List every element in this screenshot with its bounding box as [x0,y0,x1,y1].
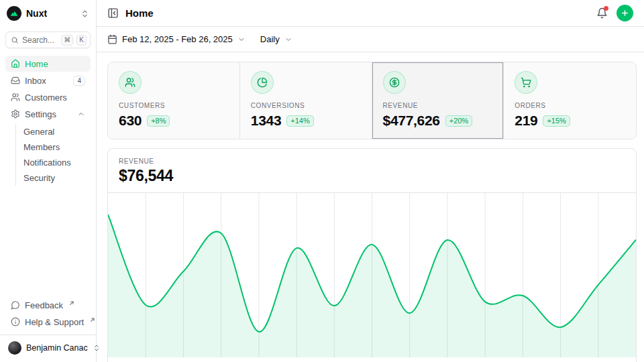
sidebar-item-notifications[interactable]: Notifications [18,155,91,170]
chevron-down-icon [237,36,246,44]
sidebar-item-label: Home [25,59,48,69]
avatar [8,341,21,355]
feedback-link[interactable]: Feedback [5,297,91,313]
settings-submenu: General Members Notifications Security [15,124,91,186]
kbd-k: K [76,35,87,46]
search-input[interactable]: Search... ⌘ K [5,32,91,48]
help-support-link[interactable]: Help & Support [5,314,91,330]
stat-label: ORDERS [515,102,625,109]
chevron-down-icon [284,36,292,44]
sidebar-item-label: Customers [25,93,67,103]
date-range-picker[interactable]: Feb 12, 2025 - Feb 26, 2025 [107,34,246,44]
dollar-circle-icon [383,71,406,94]
stat-card-revenue[interactable]: REVENUE $477,626 +20% [372,62,504,139]
user-menu-button[interactable]: Benjamin Canac [5,340,91,356]
workspace-switcher[interactable]: Nuxt [0,0,96,27]
period-value: Daily [260,34,280,44]
stat-card-customers[interactable]: CUSTOMERS 630 +8% [108,62,240,139]
main-area: Home Feb 12, 2025 - Feb 26, 2025 Daily [97,0,644,362]
revenue-area-chart [108,193,636,357]
date-range-value: Feb 12, 2025 - Feb 26, 2025 [122,34,233,44]
stat-value: 219 [515,113,537,129]
chevron-up-icon [77,110,85,118]
stat-card-orders[interactable]: ORDERS 219 +15% [504,62,636,139]
footer-item-label: Feedback [25,300,63,310]
stat-value: $477,626 [383,113,440,129]
sidebar-user-section: Benjamin Canac [0,335,96,362]
revenue-chart-card: REVENUE $76,544 14 Feb16 Feb18 Feb20 Feb… [107,148,637,362]
kbd-meta: ⌘ [61,35,73,46]
external-link-icon [90,317,95,322]
search-icon [11,36,19,44]
dashboard-content: CUSTOMERS 630 +8% CONVERSIONS 1343 +14% [97,52,644,362]
search-placeholder: Search... [22,36,58,45]
stat-label: CONVERSIONS [251,102,361,109]
footer-item-label: Help & Support [25,317,84,327]
inbox-icon [11,76,20,85]
sidebar-item-label: Security [23,173,55,183]
sidebar-nav: Home Inbox 4 Customers Settings Genera [0,56,96,187]
sidebar-item-general[interactable]: General [18,124,91,139]
sidebar: Nuxt Search... ⌘ K Home Inbox 4 [0,0,97,362]
info-circle-icon [11,317,20,326]
sidebar-item-settings[interactable]: Settings [5,106,91,122]
stat-value: 630 [119,113,142,129]
workspace-name: Nuxt [26,8,47,19]
chevrons-up-down-icon [80,9,89,18]
pie-chart-icon [251,71,274,94]
stat-label: REVENUE [383,102,493,109]
x-axis-labels: 14 Feb16 Feb18 Feb20 Feb22 Feb24 Feb [108,357,636,362]
house-icon [11,59,20,68]
stat-value: 1343 [251,113,282,129]
stat-delta-badge: +8% [147,115,170,127]
sidebar-collapse-icon[interactable] [107,7,119,19]
shopping-cart-icon [515,71,537,94]
stat-delta-badge: +15% [543,115,570,127]
revenue-chart-plot[interactable] [108,193,636,357]
page-header: Home [97,0,644,27]
notifications-button[interactable] [596,7,608,19]
stat-delta-badge: +20% [445,115,472,127]
sidebar-footer: Feedback Help & Support [0,297,96,335]
users-icon [11,93,20,102]
stat-label: CUSTOMERS [119,102,229,109]
sidebar-item-label: Notifications [23,158,71,168]
chart-header: REVENUE $76,544 [108,149,636,193]
stat-card-conversions[interactable]: CONVERSIONS 1343 +14% [240,62,372,139]
period-select[interactable]: Daily [260,34,292,44]
nuxt-logo-icon [7,6,21,21]
inbox-count-badge: 4 [73,76,85,86]
calendar-icon [107,34,117,44]
external-link-icon [69,300,74,306]
message-circle-icon [11,300,20,310]
filter-toolbar: Feb 12, 2025 - Feb 26, 2025 Daily [97,27,644,52]
stats-row: CUSTOMERS 630 +8% CONVERSIONS 1343 +14% [107,62,637,139]
sidebar-item-label: Inbox [25,76,46,86]
sidebar-item-customers[interactable]: Customers [5,89,91,105]
sidebar-item-members[interactable]: Members [18,139,91,154]
add-button[interactable] [616,5,633,21]
user-name: Benjamin Canac [26,343,88,353]
page-title: Home [125,7,154,19]
sidebar-item-inbox[interactable]: Inbox 4 [5,72,91,88]
sidebar-item-home[interactable]: Home [5,56,91,72]
stat-delta-badge: +14% [286,115,313,127]
sidebar-item-label: Settings [25,109,56,119]
users-icon [119,71,142,94]
sidebar-item-label: General [23,127,54,137]
plus-icon [621,9,629,17]
chart-metric-value: $76,544 [119,167,625,185]
chart-metric-label: REVENUE [119,158,625,165]
sidebar-spacer [0,187,96,297]
sidebar-item-security[interactable]: Security [18,170,91,185]
gear-icon [11,109,20,119]
sidebar-item-label: Members [23,142,60,152]
notification-dot [604,6,608,11]
